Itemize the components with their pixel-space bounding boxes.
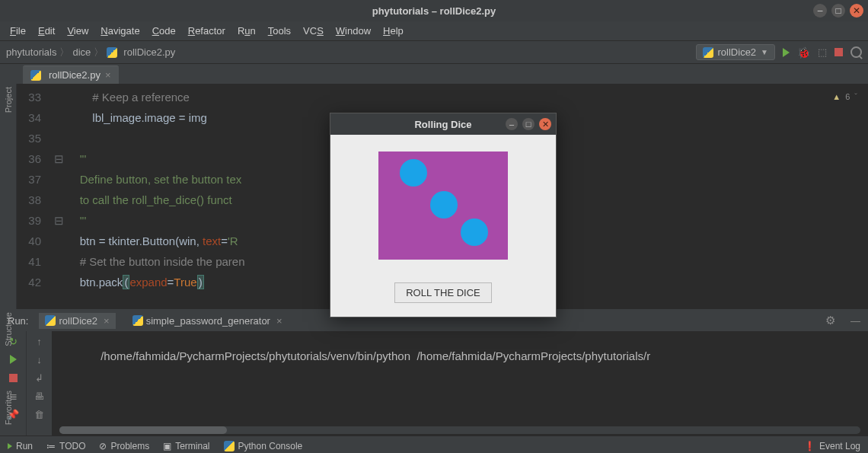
- run-config-label: rollDice2: [718, 46, 757, 58]
- window-title: phytutorials – rollDice2.py: [0, 5, 868, 17]
- warning-count: 6: [845, 87, 850, 107]
- chevron-right-icon: 〉: [94, 46, 104, 59]
- minimize-toolwindow-icon[interactable]: —: [850, 315, 860, 327]
- python-icon: [132, 315, 143, 326]
- run-config-selector[interactable]: rollDice2 ▼: [696, 44, 775, 60]
- app-window-titlebar[interactable]: Rolling Dice – □ ✕: [330, 113, 556, 135]
- line-number: 40: [17, 231, 50, 251]
- breadcrumb-file[interactable]: rollDice2.py: [123, 46, 175, 58]
- code-line[interactable]: lbl_image.image = img: [67, 107, 207, 128]
- menu-refactor[interactable]: Refactor: [183, 23, 231, 39]
- dice-image: [378, 152, 508, 260]
- python-file-icon: [107, 47, 117, 58]
- warning-icon[interactable]: ▲: [832, 87, 841, 107]
- app-window-body: ROLL THE DICE: [330, 135, 556, 317]
- fold-marker-icon[interactable]: ⊟: [50, 210, 67, 231]
- stop-icon[interactable]: [834, 48, 843, 56]
- horizontal-scrollbar[interactable]: [59, 426, 860, 434]
- close-tab-icon[interactable]: ×: [104, 315, 110, 327]
- roll-dice-button[interactable]: ROLL THE DICE: [394, 282, 492, 303]
- menu-view[interactable]: View: [62, 23, 94, 39]
- structure-tool-button[interactable]: Structure: [4, 312, 13, 346]
- debug-icon[interactable]: 🐞: [797, 46, 810, 59]
- navigation-bar: phytutorials 〉 dice 〉 rollDice2.py rollD…: [0, 41, 868, 64]
- inspections-chevron-icon[interactable]: ˇ: [854, 87, 857, 107]
- run-tab[interactable]: simple_password_generator×: [126, 313, 289, 329]
- breadcrumb-folder[interactable]: dice: [72, 46, 91, 58]
- dice-pip: [461, 219, 488, 246]
- favorites-tool-button[interactable]: Favorites: [4, 391, 13, 425]
- trash-icon[interactable]: 🗑: [34, 409, 45, 420]
- code-line[interactable]: to call the roll_the_dice() funct: [67, 190, 232, 210]
- gear-icon[interactable]: ⚙: [825, 314, 835, 327]
- coverage-icon[interactable]: ⬚: [818, 46, 827, 58]
- menu-help[interactable]: Help: [378, 23, 409, 39]
- maximize-icon[interactable]: □: [522, 118, 535, 130]
- breadcrumb[interactable]: phytutorials 〉 dice 〉 rollDice2.py: [6, 46, 175, 59]
- menu-navigate[interactable]: Navigate: [95, 23, 145, 39]
- menu-tools[interactable]: Tools: [263, 23, 296, 39]
- close-icon[interactable]: ✕: [539, 118, 551, 130]
- up-arrow-icon[interactable]: ↑: [34, 336, 45, 346]
- search-icon[interactable]: [850, 46, 862, 58]
- os-titlebar: phytutorials – rollDice2.py – □ ✕: [0, 0, 868, 21]
- close-tab-icon[interactable]: ×: [105, 69, 111, 81]
- close-tab-icon[interactable]: ×: [276, 315, 282, 327]
- maximize-icon[interactable]: □: [831, 4, 845, 18]
- close-icon[interactable]: ✕: [850, 4, 863, 18]
- code-line[interactable]: # Set the button inside the paren: [67, 251, 245, 272]
- problems-toolwindow-button[interactable]: ⊘Problems: [99, 441, 149, 451]
- softwrap-icon[interactable]: ↲: [34, 372, 45, 383]
- run-tab[interactable]: rollDice2×: [39, 313, 115, 329]
- dice-pip: [400, 159, 427, 187]
- menu-window[interactable]: Window: [330, 23, 376, 39]
- line-number: 33: [17, 87, 50, 107]
- scrollbar-thumb[interactable]: [59, 426, 227, 434]
- minimize-icon[interactable]: –: [506, 118, 518, 130]
- line-number: 37: [17, 169, 50, 190]
- python-icon: [45, 315, 56, 326]
- project-tool-button[interactable]: Project: [4, 87, 13, 113]
- line-number: 42: [17, 272, 50, 292]
- run-sidebar-right: ↑ ↓ ↲ 🖶 🗑: [26, 331, 52, 435]
- line-number: 35: [17, 128, 50, 148]
- editor-tab[interactable]: rollDice2.py ×: [23, 65, 119, 84]
- bottom-tool-bar: Run ≔TODO ⊘Problems ▣Terminal Python Con…: [0, 435, 868, 453]
- dice-pip: [430, 191, 458, 219]
- line-number: 34: [17, 107, 50, 128]
- todo-toolwindow-button[interactable]: ≔TODO: [46, 441, 85, 451]
- chevron-down-icon: ▼: [761, 48, 768, 56]
- run-icon[interactable]: [783, 48, 790, 57]
- line-number: 36: [17, 148, 50, 169]
- terminal-toolwindow-button[interactable]: ▣Terminal: [163, 441, 209, 451]
- print-icon[interactable]: 🖶: [34, 391, 45, 401]
- python-console-button[interactable]: Python Console: [224, 441, 303, 451]
- menu-edit[interactable]: Edit: [33, 23, 60, 39]
- python-icon: [224, 441, 235, 451]
- code-line[interactable]: btn.pack(expand=True): [67, 272, 204, 292]
- breadcrumb-root[interactable]: phytutorials: [6, 46, 56, 58]
- code-line[interactable]: Define button, set the button tex: [67, 169, 241, 190]
- app-window-rolling-dice[interactable]: Rolling Dice – □ ✕ ROLL THE DICE: [330, 113, 557, 317]
- minimize-icon[interactable]: –: [813, 4, 827, 18]
- menu-code[interactable]: Code: [147, 23, 181, 39]
- line-number: 41: [17, 251, 50, 272]
- editor-tab-label: rollDice2.py: [49, 69, 101, 81]
- run-toolwindow-button[interactable]: Run: [8, 441, 33, 451]
- editor-tabs: rollDice2.py ×: [0, 64, 868, 84]
- run-toolwindow: Run: rollDice2× simple_password_generato…: [0, 309, 868, 435]
- python-file-icon: [30, 70, 41, 81]
- down-arrow-icon[interactable]: ↓: [34, 354, 45, 365]
- menu-file[interactable]: File: [5, 23, 31, 39]
- code-line[interactable]: # Keep a reference: [67, 87, 190, 107]
- line-number: 39: [17, 210, 50, 231]
- chevron-right-icon: 〉: [59, 46, 69, 59]
- menu-run[interactable]: Run: [232, 23, 261, 39]
- code-line[interactable]: ''': [67, 210, 86, 231]
- console-output[interactable]: /home/fahmida/PycharmProjects/phytutoria…: [52, 331, 868, 435]
- code-line[interactable]: ''': [67, 148, 86, 169]
- menu-vcs[interactable]: VCS: [298, 23, 329, 39]
- event-log-button[interactable]: ❗Event Log: [804, 441, 860, 451]
- menubar: File Edit View Navigate Code Refactor Ru…: [0, 21, 868, 41]
- fold-marker-icon[interactable]: ⊟: [50, 148, 67, 169]
